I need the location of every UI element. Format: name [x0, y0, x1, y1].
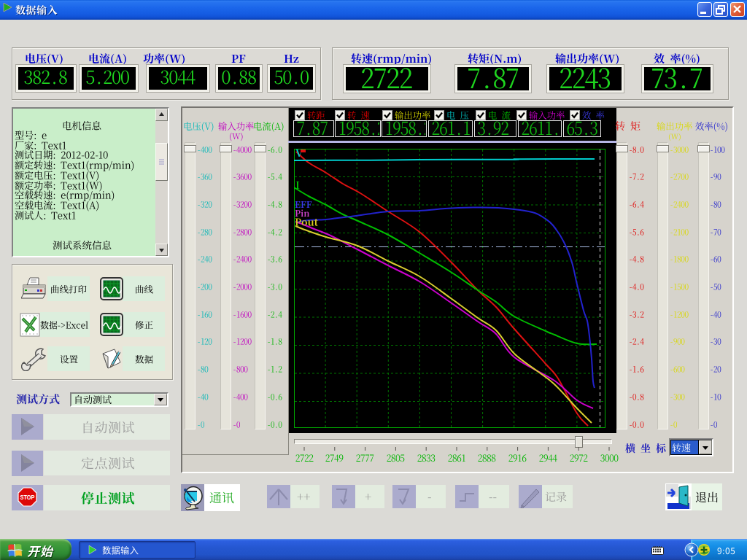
svg-text:STOP: STOP	[20, 493, 36, 501]
